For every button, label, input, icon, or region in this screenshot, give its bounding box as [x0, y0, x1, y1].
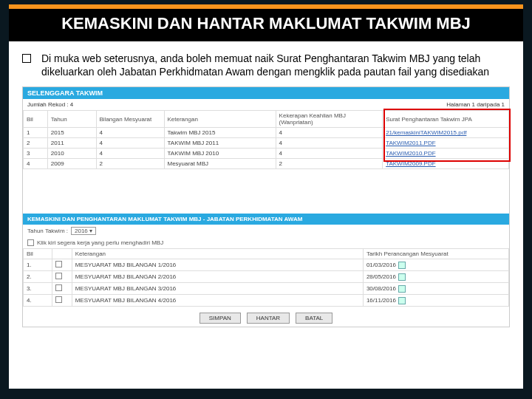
- col-tahun: Tahun: [47, 111, 96, 128]
- panel1-table-wrap: Bil Tahun Bilangan Mesyuarat Keterangan …: [23, 110, 509, 169]
- col-kek: Kekerapan Keahlian MBJ (Wanpriatan): [276, 111, 383, 128]
- page-title: KEMASKINI DAN HANTAR MAKLUMAT TAKWIM MBJ: [38, 13, 494, 34]
- bullet-text: Di muka web seterusnya, anda boleh memua…: [41, 52, 510, 80]
- year-select[interactable]: 2016 ▾: [71, 227, 96, 235]
- send-button[interactable]: HANTAR: [247, 313, 290, 324]
- table-row: 3.MESYUARAT MBJ BILANGAN 3/201630/08/201…: [24, 283, 509, 295]
- p2-col-tarikh: Tarikh Perancangan Mesyuarat: [363, 249, 508, 259]
- table-row: 1.MESYUARAT MBJ BILANGAN 1/201601/03/201…: [24, 259, 509, 271]
- panel2-table: Bil Keterangan Tarikh Perancangan Mesyua…: [23, 248, 509, 307]
- col-bil: Bil: [24, 111, 48, 128]
- panel2-header: KEMASKINI DAN PENGHANTARAN MAKLUMAT TAKW…: [23, 214, 509, 225]
- col-ket: Keterangan: [164, 111, 276, 128]
- calendar-icon[interactable]: [398, 297, 406, 304]
- content-area: Di muka web seterusnya, anda boleh memua…: [9, 41, 523, 389]
- embedded-screenshot: SELENGGARA TAKWIM Jumlah Rekod : 4 Halam…: [22, 86, 510, 327]
- panel1-header: SELENGGARA TAKWIM: [23, 87, 509, 99]
- col-bilangan: Bilangan Mesyuarat: [96, 111, 164, 128]
- panel2: KEMASKINI DAN PENGHANTARAN MAKLUMAT TAKW…: [23, 214, 509, 327]
- row-checkbox[interactable]: [55, 284, 62, 291]
- checkbox[interactable]: [27, 239, 34, 246]
- row-checkbox[interactable]: [55, 273, 62, 279]
- record-count: Jumlah Rekod : 4: [27, 101, 73, 108]
- table-row: 4.MESYUARAT MBJ BILANGAN 4/201616/11/201…: [24, 295, 509, 307]
- row-checkbox[interactable]: [55, 261, 62, 267]
- bullet-square-icon: [22, 54, 31, 63]
- page-indicator: Halaman 1 daripada 1: [446, 101, 505, 108]
- p2-col-bil: Bil: [24, 249, 52, 259]
- cancel-button[interactable]: BATAL: [296, 313, 332, 324]
- bullet-item: Di muka web seterusnya, anda boleh memua…: [22, 52, 510, 80]
- title-bar: KEMASKINI DAN HANTAR MAKLUMAT TAKWIM MBJ: [9, 4, 523, 41]
- p2-col-ket: Keterangan: [72, 249, 363, 259]
- checkbox-label: Klik kiri segera kerja yang perlu mengha…: [37, 239, 163, 246]
- year-label: Tahun Takwim :: [27, 228, 68, 234]
- calendar-icon[interactable]: [398, 273, 406, 281]
- table-row: 2.MESYUARAT MBJ BILANGAN 2/201628/05/201…: [24, 271, 509, 283]
- calendar-icon[interactable]: [398, 262, 406, 269]
- p2-col-chk: [52, 249, 72, 259]
- save-button[interactable]: SIMPAN: [200, 313, 241, 324]
- row-checkbox[interactable]: [55, 296, 62, 303]
- calendar-icon[interactable]: [398, 285, 406, 293]
- highlight-red-box: [383, 109, 511, 162]
